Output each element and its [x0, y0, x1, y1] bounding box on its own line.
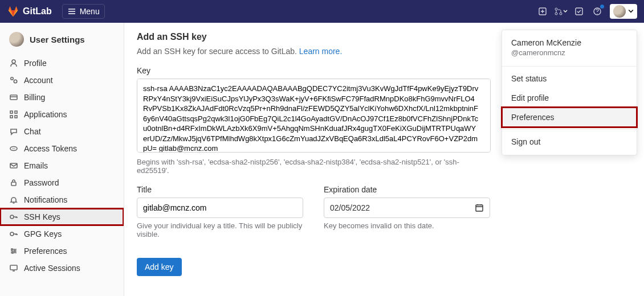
chevron-down-icon [563, 9, 568, 14]
brand-text: GitLab [23, 6, 52, 17]
svg-point-22 [10, 232, 14, 236]
todos-icon[interactable] [570, 2, 588, 20]
avatar-icon [613, 5, 626, 18]
svg-point-1 [555, 8, 557, 10]
svg-point-17 [13, 148, 14, 149]
sidebar-item-label: Chat [24, 127, 41, 136]
user-menu-set-status[interactable]: Set status [502, 69, 637, 88]
user-menu-edit-profile[interactable]: Edit profile [502, 88, 637, 108]
sidebar-item-label: Applications [24, 110, 67, 119]
sidebar-item-label: Notifications [24, 195, 67, 204]
sidebar-item-billing[interactable]: Billing [0, 89, 124, 106]
mail-icon [9, 161, 18, 170]
sidebar-item-ssh-keys[interactable]: SSH Keys [0, 208, 124, 225]
account-icon [9, 76, 18, 85]
sidebar-item-label: Active Sessions [24, 264, 80, 273]
sessions-icon [9, 264, 18, 273]
merge-icon [554, 7, 563, 16]
sidebar-item-label: Account [24, 76, 53, 85]
apps-icon [9, 110, 18, 119]
key-icon [9, 212, 18, 221]
gitlab-logo-icon [7, 5, 19, 18]
svg-rect-11 [10, 111, 13, 113]
bell-icon [9, 195, 18, 204]
expiration-input[interactable]: 02/05/2022 [324, 198, 490, 218]
user-icon [9, 59, 18, 68]
token-icon [9, 144, 18, 153]
user-dropdown-header: Cameron McKenzie @cameronmcnz [502, 30, 637, 64]
user-handle: @cameronmcnz [511, 48, 627, 57]
sidebar-item-profile[interactable]: Profile [0, 55, 124, 72]
menu-label: Menu [80, 7, 100, 16]
svg-rect-19 [10, 163, 17, 168]
key-icon [9, 229, 18, 239]
chat-icon [9, 127, 18, 136]
svg-point-18 [14, 148, 15, 149]
brand[interactable]: GitLab [7, 5, 52, 18]
svg-point-3 [560, 13, 562, 15]
user-name: Cameron McKenzie [511, 38, 627, 47]
sidebar-item-gpg-keys[interactable]: GPG Keys [0, 225, 124, 242]
title-hint: Give your individual key a title. This w… [137, 221, 303, 239]
sidebar-item-access-tokens[interactable]: Access Tokens [0, 140, 124, 157]
svg-rect-13 [10, 116, 13, 118]
expiration-hint: Key becomes invalid on this date. [324, 221, 490, 230]
sidebar-item-chat[interactable]: Chat [0, 123, 124, 140]
sidebar-title: User Settings [0, 28, 124, 55]
key-hint: Begins with 'ssh-rsa', 'ecdsa-sha2-nistp… [137, 158, 490, 175]
sidebar-item-preferences[interactable]: Preferences [0, 242, 124, 260]
svg-point-8 [11, 77, 13, 80]
sidebar-item-label: Emails [24, 161, 48, 170]
svg-rect-14 [15, 116, 17, 118]
notification-dot [600, 5, 604, 9]
sidebar-item-label: Password [24, 178, 59, 187]
svg-rect-20 [11, 182, 16, 186]
svg-rect-10 [10, 95, 17, 100]
check-square-icon [574, 7, 584, 16]
user-dropdown: Cameron McKenzie @cameronmcnz Set status… [502, 30, 637, 155]
calendar-icon [475, 203, 484, 212]
sidebar-item-active-sessions[interactable]: Active Sessions [0, 260, 124, 277]
svg-rect-12 [15, 111, 17, 113]
sidebar-item-label: GPG Keys [24, 229, 62, 239]
top-header: GitLab Menu [0, 0, 644, 23]
sidebar-item-emails[interactable]: Emails [0, 157, 124, 174]
user-menu-preferences[interactable]: Preferences [502, 108, 637, 127]
sidebar-item-account[interactable]: Account [0, 72, 124, 89]
chevron-down-icon [628, 9, 634, 14]
menu-button[interactable]: Menu [62, 4, 105, 19]
expiration-value: 02/05/2022 [330, 203, 370, 212]
svg-point-16 [12, 148, 13, 149]
svg-rect-27 [476, 205, 483, 211]
sidebar-item-applications[interactable]: Applications [0, 106, 124, 123]
svg-point-24 [14, 250, 16, 252]
user-menu-button[interactable] [610, 4, 637, 19]
plus-square-icon [538, 7, 547, 16]
sidebar-item-label: Access Tokens [24, 144, 77, 153]
sidebar-item-notifications[interactable]: Notifications [0, 191, 124, 208]
issues-icon[interactable] [533, 2, 552, 20]
sidebar: User Settings Profile Account Billing Ap… [0, 23, 124, 296]
sidebar-heading: User Settings [30, 35, 85, 44]
sidebar-item-label: Profile [24, 59, 47, 68]
sidebar-item-password[interactable]: Password [0, 174, 124, 191]
sidebar-item-label: Preferences [24, 246, 67, 256]
sidebar-item-label: SSH Keys [24, 212, 60, 221]
svg-point-7 [12, 60, 15, 63]
svg-point-21 [10, 215, 14, 219]
user-menu-sign-out[interactable]: Sign out [502, 132, 637, 151]
merge-requests-icon[interactable] [552, 2, 570, 20]
learn-more-link[interactable]: Learn more. [299, 47, 342, 56]
billing-icon [9, 93, 18, 102]
ssh-key-textarea[interactable] [137, 79, 491, 153]
expiration-label: Expiration date [324, 185, 490, 194]
sidebar-item-label: Billing [24, 93, 45, 102]
title-input[interactable] [137, 198, 303, 218]
title-label: Title [137, 185, 303, 194]
help-icon[interactable] [588, 2, 606, 20]
svg-rect-4 [576, 8, 582, 15]
add-key-button[interactable]: Add key [137, 258, 182, 276]
svg-point-6 [597, 13, 597, 14]
svg-point-23 [11, 249, 13, 250]
hamburger-icon [67, 7, 76, 16]
